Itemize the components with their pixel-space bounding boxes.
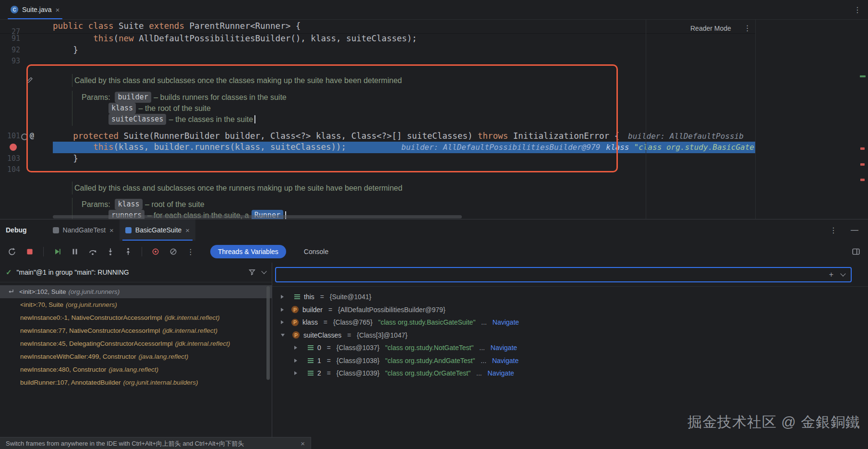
param-chip: builder	[115, 92, 151, 103]
chevron-right-icon[interactable]	[281, 320, 284, 324]
editor[interactable]: 27 public class Suite extends ParentRunn…	[0, 20, 868, 219]
variable-row[interactable]: PsuiteClasses = {Class[3]@1047}	[272, 329, 868, 342]
doc-line[interactable]: Params: klass – root of the suite	[0, 199, 755, 210]
reader-mode-toggle[interactable]: Reader Mode ⋮	[690, 24, 751, 33]
frame-row[interactable]: newInstance0:-1, NativeConstructorAccess…	[0, 311, 272, 324]
navigate-link[interactable]: Navigate	[491, 344, 517, 352]
filter-frames-icon[interactable]	[247, 267, 257, 278]
frame-row[interactable]: <init>:70, Suite(org.junit.runners)	[0, 298, 272, 311]
frames-scrollbar[interactable]	[266, 286, 270, 380]
edit-doc-pencil-icon[interactable]	[26, 76, 34, 87]
variable-row[interactable]: 2 = {Class@1039} "class org.study.OrGate…	[272, 367, 868, 380]
stripe-mark-green[interactable]	[860, 75, 866, 77]
pause-button[interactable]	[70, 246, 80, 257]
navigate-link[interactable]: Navigate	[488, 369, 514, 377]
code-token: this	[93, 34, 113, 43]
code-line[interactable]: 92 }	[0, 45, 755, 56]
frame-row[interactable]: newInstance:77, NativeConstructorAccesso…	[0, 324, 272, 337]
evaluate-expression-input[interactable]: +	[275, 267, 852, 282]
tab-close-icon[interactable]: ×	[55, 6, 60, 13]
code-line[interactable]: 91 this(new AllDefaultPossibilitiesBuild…	[0, 33, 755, 45]
step-out-button[interactable]	[123, 246, 133, 257]
chevron-down-icon[interactable]	[281, 334, 285, 337]
variable-row[interactable]: Pbuilder = {AllDefaultPossibilitiesBuild…	[272, 303, 868, 316]
code-token: this	[93, 142, 113, 152]
breakpoint-icon[interactable]	[10, 144, 17, 151]
code-line[interactable]: 93	[0, 56, 755, 67]
add-watch-icon[interactable]: +	[829, 271, 833, 279]
thread-selector[interactable]: ✓ "main"@1 in group "main": RUNNING	[0, 263, 272, 282]
minimize-icon[interactable]: —	[851, 226, 858, 234]
stop-button[interactable]	[24, 246, 35, 257]
frame-package: (jdk.internal.reflect)	[165, 314, 220, 321]
doc-line[interactable]: Called by this class and subclasses once…	[0, 182, 755, 194]
chevron-right-icon[interactable]	[281, 308, 284, 312]
code-line[interactable]: this(klass, builder.runners(klass, suite…	[0, 142, 755, 153]
session-tab-close-icon[interactable]: ×	[109, 227, 114, 234]
line-number: 103	[0, 153, 20, 165]
gutter	[0, 114, 53, 125]
step-into-button[interactable]	[105, 246, 116, 257]
status-hint-close-icon[interactable]: ×	[301, 440, 305, 447]
tab-console[interactable]: Console	[304, 248, 328, 255]
tab-bar-more-icon[interactable]: ⋮	[847, 5, 868, 14]
navigate-link[interactable]: Navigate	[492, 357, 518, 364]
doc-line[interactable]: Called by this class and subclasses once…	[0, 75, 755, 86]
chevron-right-icon[interactable]	[294, 371, 297, 375]
variable-row[interactable]: this = {Suite@1041}	[272, 291, 868, 303]
code-text	[53, 164, 755, 176]
doc-text: klass – the root of the suite	[53, 103, 755, 114]
navigate-link[interactable]: Navigate	[493, 318, 519, 326]
chevron-right-icon[interactable]	[281, 295, 284, 299]
frame-method: <init>:102, Suite	[19, 288, 66, 295]
code-token: throws	[478, 131, 508, 141]
chevron-right-icon[interactable]	[294, 346, 297, 350]
tab-threads-variables[interactable]: Threads & Variables	[210, 245, 286, 258]
session-tab-close-icon[interactable]: ×	[185, 227, 190, 234]
header-more-icon[interactable]: ⋮	[830, 226, 837, 235]
stripe-mark-red[interactable]	[860, 147, 865, 150]
variable-row[interactable]: Pklass = {Class@765} "class org.study.Ba…	[272, 316, 868, 329]
reader-mode-menu-icon[interactable]: ⋮	[744, 24, 751, 33]
layout-settings-icon[interactable]	[851, 246, 868, 257]
doc-line[interactable]: Params: builder – builds runners for cla…	[0, 92, 755, 103]
thread-status-icon: ✓	[6, 268, 12, 277]
session-tab-nandgatetest[interactable]: NandGateTest×	[47, 219, 120, 241]
code-line[interactable]: 104	[0, 164, 755, 176]
chevron-right-icon[interactable]	[294, 359, 297, 363]
variable-name: 0	[317, 344, 321, 352]
variable-row[interactable]: 1 = {Class@1038} "class org.study.AndGat…	[272, 354, 868, 367]
annotation-gutter-icon[interactable]: @	[30, 131, 34, 142]
frame-row[interactable]: newInstance:45, DelegatingConstructorAcc…	[0, 337, 272, 350]
code-line[interactable]: 101@ protected Suite(RunnerBuilder build…	[0, 131, 755, 142]
variable-name: 2	[317, 369, 321, 377]
parameter-icon: P	[291, 306, 299, 313]
view-breakpoints-button[interactable]	[150, 246, 161, 257]
gutter-ring-icon[interactable]	[21, 133, 28, 140]
tab-suite-java[interactable]: C Suite.java ×	[5, 0, 65, 19]
status-hint-text: Switch frames from anywhere in the IDE w…	[6, 439, 244, 448]
stripe-mark-red[interactable]	[860, 163, 865, 166]
doc-line[interactable]: suiteClasses – the classes in the suite	[0, 114, 755, 125]
sticky-header-line[interactable]: 27 public class Suite extends ParentRunn…	[0, 20, 755, 33]
variable-value: {Suite@1041}	[330, 293, 372, 301]
frame-row[interactable]: buildRunner:107, AnnotatedBuilder(org.ju…	[0, 376, 272, 389]
doc-line[interactable]: klass – the root of the suite	[0, 103, 755, 114]
session-tab-basicgatesuite[interactable]: BasicGateSuite×	[120, 219, 195, 241]
code-line[interactable]: 103 }	[0, 153, 755, 165]
frame-row[interactable]: <init>:102, Suite(org.junit.runners)	[0, 285, 272, 298]
horizontal-scrollbar[interactable]	[53, 215, 462, 218]
variable-row[interactable]: 0 = {Class@1037} "class org.study.NotGat…	[272, 341, 868, 354]
doc-text: suiteClasses – the classes in the suite	[53, 114, 755, 125]
toolbar-more-icon[interactable]: ⋮	[186, 247, 195, 256]
mute-breakpoints-button[interactable]	[168, 246, 179, 257]
gutter	[0, 142, 53, 153]
resume-button[interactable]	[52, 246, 62, 257]
step-over-button[interactable]	[87, 246, 98, 257]
frame-row[interactable]: newInstance:480, Constructor(java.lang.r…	[0, 363, 272, 376]
thread-dropdown-chevron-icon[interactable]	[261, 268, 266, 274]
rerun-button[interactable]	[7, 246, 17, 257]
frame-row[interactable]: newInstanceWithCaller:499, Constructor(j…	[0, 350, 272, 363]
stripe-mark-red[interactable]	[860, 179, 865, 181]
expand-input-chevron-icon[interactable]	[840, 271, 845, 276]
